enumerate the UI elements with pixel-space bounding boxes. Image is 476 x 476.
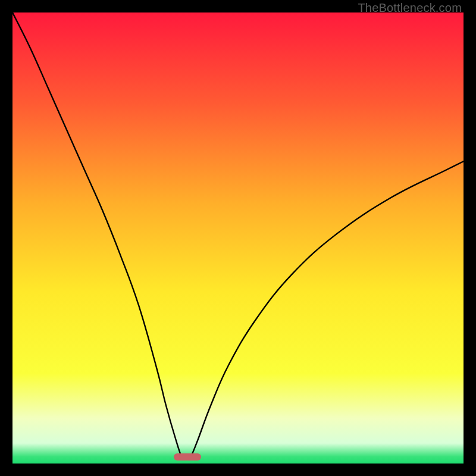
optimal-marker [174,453,201,461]
svg-rect-0 [12,12,464,464]
gradient-background [12,12,464,464]
chart-frame [12,12,464,464]
watermark-label: TheBottleneck.com [358,1,462,15]
plot-area [12,12,464,464]
